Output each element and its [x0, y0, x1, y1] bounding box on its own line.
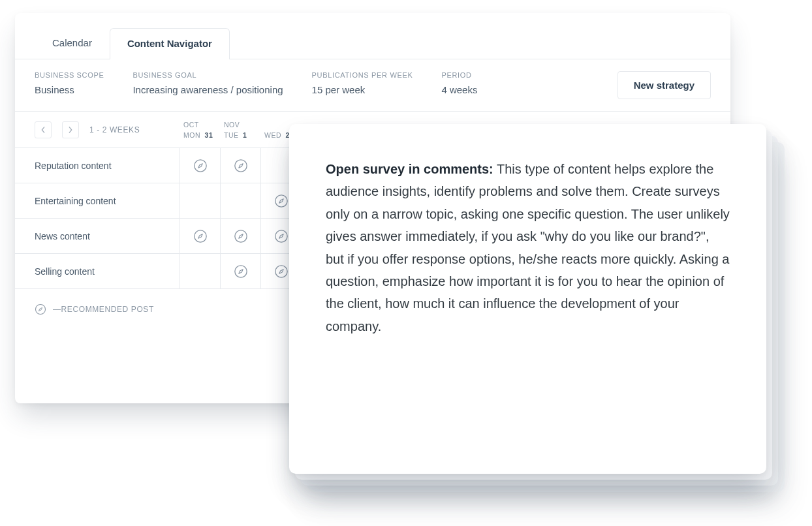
day-dow: MON 31: [183, 131, 213, 139]
chevron-left-icon: [40, 127, 46, 133]
day-month: OCT: [183, 121, 199, 129]
weeks-range: 1 - 2 WEEKS: [89, 125, 140, 134]
day-dow: WED 2: [264, 131, 290, 139]
meta-label: BUSINESS SCOPE: [35, 71, 104, 79]
tooltip-stack: Open survey in comments: This type of co…: [289, 124, 766, 474]
new-strategy-button[interactable]: New strategy: [617, 71, 711, 99]
day-month: NOV: [224, 121, 240, 129]
meta-period: PERIOD 4 weeks: [441, 71, 477, 95]
grid-cell[interactable]: [180, 183, 220, 218]
grid-cell[interactable]: [220, 219, 260, 253]
tooltip-text: Open survey in comments: This type of co…: [326, 158, 730, 337]
tabs: Calendar Content Navigator: [15, 13, 730, 59]
meta-publications-per-week: PUBLICATIONS PER WEEK 15 per week: [312, 71, 413, 95]
compass-icon: [274, 264, 289, 279]
day-month: [264, 121, 266, 129]
compass-icon: [234, 264, 248, 279]
compass-icon: [234, 229, 248, 243]
grid-cell[interactable]: [180, 254, 220, 288]
row-label: News content: [35, 231, 90, 241]
meta-value: Increasing awareness / positioning: [133, 84, 283, 95]
compass-icon: [193, 159, 208, 173]
meta-value: 15 per week: [312, 84, 413, 95]
meta-value: 4 weeks: [441, 84, 477, 95]
compass-icon: [35, 303, 46, 315]
compass-icon: [274, 229, 289, 243]
tab-content-navigator[interactable]: Content Navigator: [110, 28, 230, 59]
meta-label: PUBLICATIONS PER WEEK: [312, 71, 413, 79]
tooltip-title: Open survey in comments:: [326, 162, 493, 176]
meta-label: BUSINESS GOAL: [133, 71, 283, 79]
strategy-meta: BUSINESS SCOPE Business BUSINESS GOAL In…: [15, 59, 730, 112]
tooltip-body: This type of content helps explore the a…: [326, 162, 730, 333]
row-label: Selling content: [35, 266, 95, 277]
legend-text: —RECOMMENDED POST: [53, 305, 154, 314]
meta-label: PERIOD: [441, 71, 477, 79]
svg-point-8: [36, 305, 46, 315]
grid-cell[interactable]: [180, 219, 220, 253]
grid-cell[interactable]: [220, 148, 260, 183]
content-tooltip: Open survey in comments: This type of co…: [289, 124, 766, 474]
prev-week-button[interactable]: [35, 121, 52, 138]
compass-icon: [234, 159, 248, 173]
svg-point-6: [234, 265, 246, 277]
day-header: OCTMON 31: [180, 121, 220, 139]
grid-cell[interactable]: [220, 183, 260, 218]
svg-point-3: [194, 230, 206, 241]
row-label: Entertaining content: [35, 196, 116, 206]
tab-calendar[interactable]: Calendar: [35, 27, 110, 59]
next-week-button[interactable]: [62, 121, 79, 138]
meta-business-goal: BUSINESS GOAL Increasing awareness / pos…: [133, 71, 283, 95]
grid-cell[interactable]: [180, 148, 220, 183]
svg-point-5: [275, 230, 287, 241]
svg-point-0: [194, 159, 206, 171]
grid-cell[interactable]: [220, 254, 260, 288]
svg-point-4: [234, 230, 246, 241]
row-label: Reputation content: [35, 161, 112, 171]
day-dow: TUE 1: [224, 131, 247, 139]
svg-point-7: [275, 265, 287, 277]
svg-point-2: [275, 194, 287, 206]
chevron-right-icon: [68, 127, 73, 133]
svg-point-1: [234, 159, 246, 171]
meta-value: Business: [35, 84, 104, 95]
compass-icon: [193, 229, 208, 243]
day-header: NOVTUE 1: [220, 121, 260, 139]
compass-icon: [274, 194, 289, 208]
meta-business-scope: BUSINESS SCOPE Business: [35, 71, 104, 95]
